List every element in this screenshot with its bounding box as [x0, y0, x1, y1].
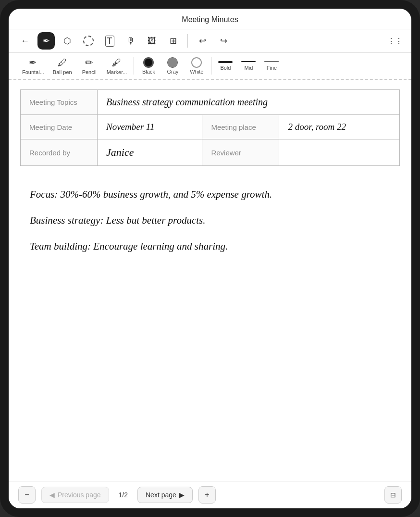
next-chevron-icon: ▶ — [179, 491, 185, 499]
stroke-bold[interactable]: Bold — [214, 59, 236, 73]
pen-fountain[interactable]: ✒ Fountai... — [18, 55, 48, 77]
device-frame: Meeting Minutes ← ✒ ⬡ T 🎙 🖼 — [0, 0, 420, 517]
mid-stroke-line — [241, 61, 256, 62]
marker-label: Marker... — [107, 69, 127, 75]
toolbar-divider-1 — [187, 34, 188, 48]
zoom-in-button[interactable]: + — [198, 486, 216, 504]
table-row-date: Meeting Date November 11 Meeting place 2… — [21, 115, 400, 139]
next-page-label: Next page — [146, 491, 176, 499]
minus-icon: − — [25, 491, 29, 499]
eraser-button[interactable]: ⬡ — [59, 32, 76, 50]
back-button[interactable]: ← — [16, 32, 34, 50]
marker-icon: 🖋 — [112, 57, 122, 68]
notes-area: Focus: 30%-60% business growth, and 5% e… — [20, 180, 400, 265]
white-circle — [191, 57, 202, 68]
note-line-1: Focus: 30%-60% business growth, and 5% e… — [30, 185, 390, 204]
text-icon: T — [105, 36, 114, 47]
prev-page-label: Previous page — [58, 491, 101, 499]
note-line-3: Team building: Encourage learning and sh… — [30, 237, 390, 256]
device-screen: Meeting Minutes ← ✒ ⬡ T 🎙 🖼 — [9, 9, 411, 508]
layout-button[interactable]: ⊟ — [384, 486, 402, 504]
zoom-out-button[interactable]: − — [18, 486, 36, 504]
cell-recorded-by: Janice — [98, 139, 202, 166]
more-icon: ⋮⋮ — [387, 37, 403, 46]
label-meeting-date: Meeting Date — [21, 115, 98, 139]
more-button[interactable]: ⋮⋮ — [386, 32, 404, 50]
label-reviewer: Reviewer — [202, 139, 279, 166]
mid-label: Mid — [245, 65, 253, 71]
back-icon: ← — [21, 36, 29, 46]
color-black[interactable]: Black — [137, 55, 160, 76]
table-row-recorded: Recorded by Janice Reviewer — [21, 139, 400, 166]
image-button[interactable]: 🖼 — [143, 32, 161, 50]
prev-chevron-icon: ◀ — [49, 491, 55, 499]
undo-icon: ↩ — [199, 36, 206, 46]
sub-toolbar: ✒ Fountai... 🖊 Ball pen ✏ Pencil 🖋 Marke… — [9, 53, 411, 80]
lasso-button[interactable] — [80, 32, 97, 50]
layout-icon: ⊟ — [390, 491, 396, 499]
redo-icon: ↪ — [220, 36, 227, 46]
table-button[interactable]: ⊞ — [164, 32, 182, 50]
label-meeting-topics: Meeting Topics — [21, 90, 98, 115]
stroke-fine[interactable]: Fine — [260, 59, 283, 73]
fine-stroke-line — [264, 61, 279, 62]
white-label: White — [190, 69, 203, 75]
table-row-topics: Meeting Topics Business strategy communi… — [21, 90, 400, 115]
mic-icon: 🎙 — [126, 36, 135, 46]
eraser-icon: ⬡ — [63, 36, 71, 46]
ball-pen-icon: 🖊 — [58, 57, 67, 68]
pencil-label: Pencil — [82, 69, 97, 75]
prev-page-button[interactable]: ◀ Previous page — [41, 487, 109, 503]
pen-ballpen[interactable]: 🖊 Ball pen — [49, 55, 76, 77]
cell-meeting-topics: Business strategy communication meeting — [98, 90, 400, 115]
fountain-pen-icon: ✒ — [29, 57, 37, 68]
pencil-icon: ✏ — [85, 57, 93, 68]
plus-icon: + — [205, 491, 209, 499]
pen-button[interactable]: ✒ — [37, 32, 55, 50]
sub-divider-2 — [211, 57, 211, 75]
pen-marker[interactable]: 🖋 Marker... — [103, 55, 131, 77]
table-icon: ⊞ — [170, 36, 177, 46]
content-area: Meeting Topics Business strategy communi… — [9, 80, 411, 481]
gray-label: Gray — [167, 69, 179, 75]
cell-reviewer — [279, 139, 400, 166]
pen-icon: ✒ — [43, 36, 50, 46]
bold-stroke-line — [218, 61, 233, 63]
page-indicator: 1/2 — [115, 491, 132, 499]
redo-button[interactable]: ↪ — [215, 32, 232, 50]
color-white[interactable]: White — [185, 55, 208, 76]
bold-label: Bold — [220, 65, 231, 71]
title-bar: Meeting Minutes — [9, 9, 411, 29]
cell-meeting-date: November 11 — [98, 115, 202, 139]
app-title: Meeting Minutes — [182, 15, 238, 24]
mic-button[interactable]: 🎙 — [122, 32, 139, 50]
black-circle — [143, 57, 154, 68]
label-recorded-by: Recorded by — [21, 139, 98, 166]
label-meeting-place: Meeting place — [202, 115, 279, 139]
image-icon: 🖼 — [148, 36, 156, 46]
pen-pencil[interactable]: ✏ Pencil — [77, 55, 102, 77]
next-page-button[interactable]: Next page ▶ — [137, 487, 193, 503]
lasso-icon — [83, 36, 94, 46]
note-line-2: Business strategy: Less but better produ… — [30, 211, 390, 230]
meeting-table: Meeting Topics Business strategy communi… — [20, 89, 400, 166]
black-label: Black — [142, 69, 155, 75]
main-toolbar: ← ✒ ⬡ T 🎙 🖼 ⊞ — [9, 29, 411, 53]
color-gray[interactable]: Gray — [161, 55, 184, 76]
sub-divider-1 — [134, 57, 134, 75]
text-button[interactable]: T — [101, 32, 118, 50]
bottom-nav: − ◀ Previous page 1/2 Next page ▶ + ⊟ — [9, 481, 411, 508]
undo-button[interactable]: ↩ — [194, 32, 211, 50]
fountain-pen-label: Fountai... — [22, 69, 44, 75]
cell-meeting-place: 2 door, room 22 — [279, 115, 400, 139]
stroke-mid[interactable]: Mid — [237, 59, 259, 73]
fine-label: Fine — [267, 65, 277, 71]
gray-circle — [167, 57, 178, 68]
ball-pen-label: Ball pen — [53, 69, 72, 75]
